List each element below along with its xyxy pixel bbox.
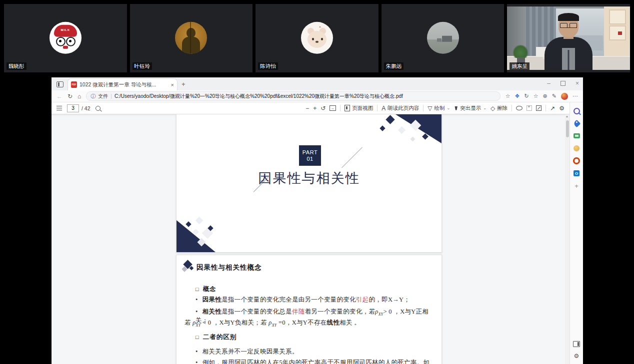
participant-name: 魏晓彤 — [6, 62, 26, 70]
participant-name: 姚东呈 — [510, 62, 530, 70]
window-close-button[interactable]: × — [576, 80, 579, 87]
window-minimize-button[interactable]: – — [547, 81, 550, 86]
slide-title: 因果性与相关性 — [176, 169, 442, 187]
avatar: ❝ — [301, 21, 333, 53]
edge-browser-window: PDF 1022 微观计量第一章 导论与核... × + – × ← ↻ ⌂ ⓘ… — [52, 77, 583, 364]
avatar — [427, 21, 459, 53]
glasses — [560, 23, 577, 28]
zoom-out-icon[interactable]: − — [306, 105, 309, 111]
highlight-button[interactable]: 突出显示 ⌄ — [454, 105, 486, 112]
bullet-causality: •因果性是指一个变量的变化完全是由另一个变量的变化引起的，即X→Y； — [196, 296, 432, 304]
edge-sidebar: O + ⚙ — [570, 102, 583, 364]
pdf-page-slide-title: PART 01 因果性与相关性 — [176, 114, 442, 253]
file-scheme-label: 文件 — [98, 93, 108, 100]
browser-tab[interactable]: PDF 1022 微观计量第一章 导论与核... × — [68, 78, 178, 90]
sidebar-search-icon[interactable] — [573, 107, 580, 114]
video-tile[interactable]: MILK 魏晓彤 — [4, 4, 127, 72]
rotate-icon[interactable]: ↺ — [320, 105, 326, 111]
pdf-settings-icon[interactable]: ⚙ — [559, 105, 564, 111]
tab-strip: PDF 1022 微观计量第一章 导论与核... × + – × — [52, 77, 583, 90]
video-tile[interactable]: 朱鹏远 — [382, 4, 504, 72]
bullet-difference: •相关关系并不一定反映因果关系。 — [196, 348, 432, 356]
scroll-up-icon[interactable]: ▲ — [566, 115, 568, 118]
sidebar-shopping-icon[interactable] — [573, 120, 580, 127]
slide-logo-diamonds — [182, 260, 196, 273]
participant-video-strip: MILK 魏晓彤 叶钰玲 ❝ 陈诗怡 朱鹏远 — [4, 4, 630, 72]
back-icon[interactable]: ← — [56, 93, 62, 99]
navigation-bar: ← ↻ ⌂ ⓘ 文件 | C:/Users/yaodo/Desktop/微观计量… — [52, 90, 583, 102]
tab-layout-icon[interactable] — [56, 81, 64, 87]
draw-button[interactable]: ▽ 绘制 ⌄ — [428, 105, 450, 112]
sidebar-toggle-icon[interactable] — [573, 341, 580, 347]
pdf-scrollbar[interactable]: ▲ — [565, 114, 570, 364]
pdf-file-icon: PDF — [71, 81, 77, 88]
window-maximize-button[interactable] — [560, 81, 566, 86]
highlight-dropdown-icon[interactable]: ⌄ — [483, 106, 486, 110]
read-aloud-icon: A — [382, 105, 386, 111]
sidebar-settings-icon[interactable]: ⚙ — [574, 353, 580, 359]
sidebar-outlook-icon[interactable]: O — [573, 170, 580, 177]
address-bar[interactable]: ⓘ 文件 | C:/Users/yaodo/Desktop/微观计量%20一%2… — [86, 91, 500, 101]
read-aloud-button[interactable]: A 朗读此页内容 — [382, 105, 419, 112]
bullet-example: •例如，服用阿司匹林的人在5年内的死亡率高于不服用阿司匹林的人的死亡率。如果 — [196, 359, 432, 364]
participant-name: 叶钰玲 — [132, 62, 152, 70]
avatar — [175, 21, 207, 53]
plant — [513, 45, 528, 58]
new-tab-button[interactable]: + — [182, 80, 186, 88]
erase-icon: ◇ — [490, 105, 495, 111]
erase-button[interactable]: ◇ 擦除 — [490, 105, 508, 112]
search-icon[interactable] — [96, 106, 100, 111]
zoom-in-icon[interactable]: + — [313, 105, 316, 111]
refresh-icon[interactable]: ↻ — [68, 93, 72, 99]
red-toy — [618, 31, 622, 35]
bullet-correlation-line2: 若 ρXY < 0 ，X与Y负相关；若 ρXY =0，X与Y不存在线性相关 。 — [184, 319, 432, 328]
page-info-icon[interactable]: ⓘ — [90, 93, 96, 100]
pdf-page-concepts: 因果性与相关性概念 □概念 •因果性是指一个变量的变化完全是由另一个变量的变化引… — [176, 255, 442, 364]
sync-icon[interactable]: ↻ — [524, 93, 528, 99]
participant-name: 朱鹏远 — [384, 62, 404, 70]
sidebar-add-icon[interactable]: + — [573, 182, 580, 189]
address-divider: | — [110, 93, 112, 99]
home-icon[interactable]: ⌂ — [78, 93, 81, 99]
edit-icon[interactable] — [536, 105, 542, 111]
table-of-contents-icon[interactable] — [56, 106, 62, 110]
page-total-label: / 42 — [82, 105, 90, 111]
sidebar-office-icon[interactable] — [573, 157, 580, 164]
profile-avatar[interactable] — [561, 93, 568, 100]
collections-icon[interactable]: ⊕ — [543, 93, 548, 99]
video-tile[interactable]: 叶钰玲 — [130, 4, 253, 72]
video-tile[interactable]: ❝ 陈诗怡 — [256, 4, 378, 72]
sidebar-tools-icon[interactable] — [573, 132, 580, 139]
section-title: □二者的区别 — [196, 333, 236, 342]
favorite-star-icon[interactable]: ☆ — [506, 93, 510, 99]
participant-name: 陈诗怡 — [258, 62, 278, 70]
fit-to-width-icon[interactable]: ↔ — [330, 105, 336, 111]
slide-heading: 因果性与相关性概念 — [196, 263, 262, 272]
comment-icon[interactable] — [516, 106, 522, 110]
save-icon[interactable] — [526, 105, 532, 111]
highlight-icon — [454, 106, 458, 110]
draw-dropdown-icon[interactable]: ⌄ — [447, 106, 450, 110]
slide-accent-line — [342, 147, 362, 168]
tab-close-icon[interactable]: × — [171, 82, 174, 88]
section-title: □概念 — [196, 285, 216, 294]
web-capture-icon[interactable]: ✎ — [552, 93, 556, 99]
favorites-bar-icon[interactable]: ☆ — [534, 93, 538, 99]
fullscreen-icon[interactable]: ↗ — [550, 105, 555, 111]
url-text: C:/Users/yaodo/Desktop/微观计量%20一%20导论与核心概… — [114, 93, 496, 100]
live-video-feed — [507, 6, 630, 70]
scrollbar-thumb[interactable] — [566, 120, 569, 137]
page-view-icon — [344, 105, 350, 111]
page-number-input[interactable] — [67, 104, 79, 112]
tab-title: 1022 微观计量第一章 导论与核... — [80, 81, 168, 88]
browser-essentials-icon[interactable]: ❖ — [515, 93, 520, 99]
pdf-toolbar: / 42 − + ↺ ↔ 页面视图 A 朗读此页内容 — [52, 102, 570, 114]
draw-icon: ▽ — [428, 105, 432, 111]
page-view-button[interactable]: 页面视图 — [344, 105, 373, 112]
part-number-box: PART 01 — [299, 145, 321, 166]
pdf-content-area[interactable]: PART 01 因果性与相关性 因果性与相关性概念 □概念 — [52, 114, 570, 364]
more-menu-icon[interactable]: ⋯ — [572, 93, 578, 99]
sidebar-games-icon[interactable] — [573, 145, 580, 152]
video-tile-live[interactable]: 姚东呈 — [507, 4, 630, 72]
avatar: MILK — [50, 21, 82, 53]
